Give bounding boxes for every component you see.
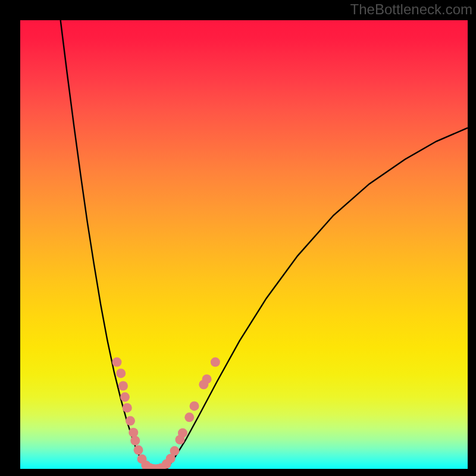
data-point-marker [170, 446, 179, 456]
data-point-marker [178, 428, 187, 438]
data-point-marker [190, 401, 199, 411]
bottleneck-curve [61, 20, 468, 469]
data-point-marker [134, 445, 143, 455]
data-point-marker [116, 368, 126, 378]
data-point-marker [130, 436, 140, 446]
plot-area [20, 20, 468, 469]
data-point-marker [120, 392, 130, 402]
data-point-marker [184, 412, 194, 422]
watermark-label: TheBottleneck.com [350, 1, 472, 18]
bottleneck-curve-svg [20, 20, 468, 469]
data-point-marker [118, 381, 128, 391]
chart-frame: TheBottleneck.com [0, 0, 476, 476]
data-point-marker [202, 374, 212, 384]
data-point-marker [126, 416, 135, 425]
data-point-marker [112, 358, 121, 367]
data-point-marker [211, 358, 220, 367]
data-point-marker [123, 403, 132, 412]
data-point-marker [129, 428, 138, 437]
